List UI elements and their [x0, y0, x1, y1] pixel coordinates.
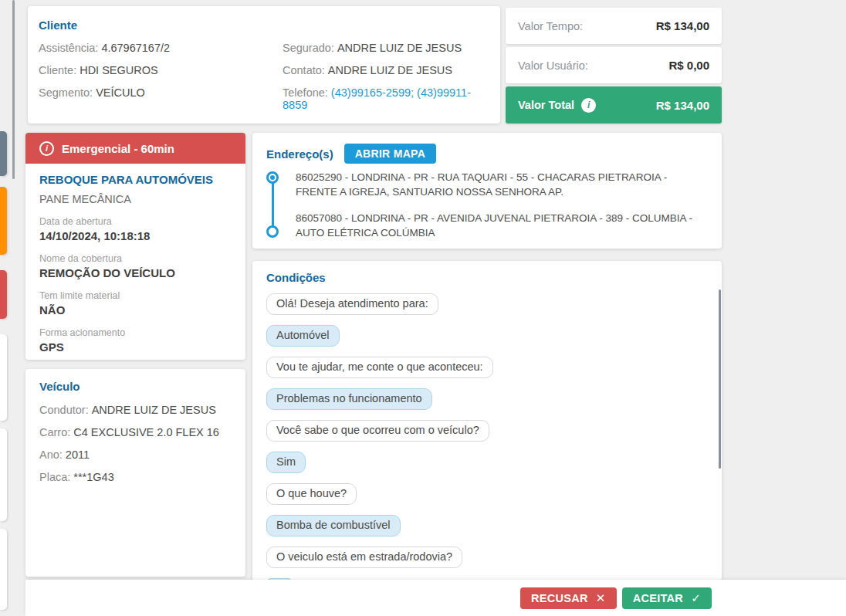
client-telefone-row: Telefone:(43)99165-2599; (43)99911-8859 [283, 86, 489, 111]
conditions-scrollbar-thumb[interactable] [719, 289, 721, 469]
chat-question-bubble: Olá! Deseja atendimento para: [266, 293, 438, 315]
timeline-line [272, 181, 274, 229]
action-bar: RECUSAR ✕ ACEITAR ✓ [25, 580, 846, 616]
close-icon: ✕ [596, 591, 606, 605]
conditions-card-title: Condições [266, 271, 709, 284]
rail-card-white[interactable] [0, 334, 7, 421]
valor-label: Valor Tempo: [518, 20, 583, 32]
vehicle-card: Veículo Condutor:ANDRE LUIZ DE JESUS Car… [25, 369, 245, 577]
client-cliente-row: Cliente:HDI SEGUROS [39, 64, 283, 76]
field-value: GPS [39, 340, 232, 354]
field-label: Placa: [39, 471, 70, 483]
address-header: Endereço(s) ABRIR MAPA [266, 144, 709, 164]
vehicle-condutor-row: Condutor:ANDRE LUIZ DE JESUS [39, 404, 232, 416]
left-list-scrollbar-thumb[interactable] [12, 0, 15, 179]
vehicle-card-title: Veículo [39, 380, 232, 393]
rail-card-red[interactable] [0, 270, 7, 319]
chat-answer-bubble: Problemas no funcionamento [266, 388, 432, 410]
client-segurado-row: Segurado:ANDRE LUIZ DE JESUS [283, 42, 489, 54]
destination-point-icon[interactable] [266, 225, 279, 238]
origin-point-icon[interactable] [266, 171, 279, 184]
field-label: Nome da cobertura [39, 253, 232, 264]
field-label: Ano: [39, 448, 63, 461]
field-label: Assistência: [39, 42, 98, 54]
field-label: Cliente: [39, 64, 76, 76]
destination-address: 86057080 - LONDRINA - PR - AVENIDA JUVEN… [296, 211, 709, 240]
field-label: Data de abertura [39, 216, 232, 227]
chat-question-bubble: O que houve? [266, 483, 357, 505]
address-card-title: Endereço(s) [266, 147, 333, 161]
field-label: Tem limite material [39, 290, 232, 301]
rail-card-white[interactable] [0, 428, 7, 521]
valor-tempo-row: Valor Tempo: R$ 134,00 [506, 8, 722, 44]
field-value: HDI SEGUROS [80, 64, 158, 76]
client-segmento-row: Segmento:VEÍCULO [39, 86, 283, 111]
rail-card-orange[interactable] [0, 187, 7, 255]
recusar-label: RECUSAR [531, 592, 588, 604]
valor-label-text: Valor Total [518, 99, 574, 111]
field-value: 4.67967167/2 [101, 42, 170, 54]
field-value: ANDRE LUIZ DE JESUS [337, 42, 462, 54]
aceitar-label: ACEITAR [633, 592, 683, 604]
field-value: C4 EXCLUSIVE 2.0 FLEX 16 [73, 426, 219, 438]
service-field: Nome da cobertura REMOÇÃO DO VEÍCULO [39, 253, 232, 279]
conditions-card: Condições Olá! Deseja atendimento para: … [252, 261, 722, 583]
client-fields: Assistência:4.67967167/2 Segurado:ANDRE … [39, 42, 489, 111]
recusar-button[interactable]: RECUSAR ✕ [520, 587, 617, 609]
chat-question-bubble: Você sabe o que ocorreu com o veículo? [266, 420, 489, 442]
rail-card-slate[interactable] [0, 131, 7, 176]
vehicle-ano-row: Ano:2011 [39, 448, 232, 461]
chat-answer-bubble: Sim [266, 452, 306, 473]
field-value: ANDRE LUIZ DE JESUS [92, 404, 216, 416]
field-label: Segmento: [39, 86, 93, 99]
client-card: Cliente Assistência:4.67967167/2 Segurad… [28, 6, 500, 124]
field-value: REMOÇÃO DO VEÍCULO [39, 266, 232, 279]
vehicle-fields: Condutor:ANDRE LUIZ DE JESUS Carro:C4 EX… [39, 404, 232, 483]
valor-panel: Valor Tempo: R$ 134,00 Valor Usuário: R$… [506, 8, 722, 124]
valor-label: Valor Usuário: [518, 59, 588, 72]
field-value: 2011 [66, 448, 90, 461]
chat-question-bubble: O veiculo está em estrada/rodovia? [266, 547, 462, 568]
client-assistencia-row: Assistência:4.67967167/2 [39, 42, 283, 54]
service-field: Tem limite material NÃO [39, 290, 232, 316]
valor-total-row: Valor Total i R$ 134,00 [506, 86, 722, 124]
field-label: Contato: [283, 64, 325, 76]
service-priority-label: Emergencial - 60min [62, 142, 174, 155]
field-label: Forma acionamento [39, 327, 232, 338]
chat-question-bubble: Vou te ajudar, me conte o que aconteceu: [266, 357, 493, 378]
service-title: REBOQUE PARA AUTOMÓVEIS [39, 173, 232, 186]
field-label: Condutor: [39, 404, 89, 416]
origin-address: 86025290 - LONDRINA - PR - RUA TAQUARI -… [296, 170, 709, 199]
valor-usuario-row: Valor Usuário: R$ 0,00 [506, 47, 722, 83]
field-label: Carro: [39, 426, 70, 438]
chat-answer-bubble: Bomba de combustível [266, 515, 401, 536]
valor-value: R$ 0,00 [668, 59, 709, 72]
vehicle-placa-row: Placa:***1G43 [39, 471, 232, 483]
info-icon[interactable]: i [39, 141, 54, 156]
chat-answer-bubble: Automóvel [266, 325, 340, 347]
valor-total-value: R$ 134,00 [656, 99, 709, 112]
client-card-title: Cliente [39, 19, 489, 32]
rail-card-white[interactable] [0, 529, 7, 610]
client-contato-row: Contato:ANDRE LUIZ DE JESUS [283, 64, 489, 76]
open-map-button[interactable]: ABRIR MAPA [344, 144, 436, 164]
service-field: Data de abertura 14/10/2024, 10:18:18 [39, 216, 232, 242]
valor-value: R$ 134,00 [656, 19, 709, 32]
service-field: Forma acionamento GPS [39, 327, 232, 354]
field-value: 14/10/2024, 10:18:18 [39, 229, 232, 242]
valor-total-label: Valor Total i [518, 98, 596, 113]
field-label: Telefone: [283, 86, 328, 99]
aceitar-button[interactable]: ACEITAR ✓ [622, 587, 712, 609]
field-value: NÃO [39, 303, 232, 316]
field-value: VEÍCULO [96, 86, 145, 99]
check-icon: ✓ [691, 591, 701, 605]
service-card: i Emergencial - 60min REBOQUE PARA AUTOM… [25, 133, 245, 360]
field-value: ***1G43 [73, 471, 113, 483]
service-subtitle: PANE MECÂNICA [39, 193, 232, 205]
info-icon[interactable]: i [581, 98, 596, 113]
address-timeline: 86025290 - LONDRINA - PR - RUA TAQUARI -… [266, 170, 709, 240]
vehicle-carro-row: Carro:C4 EXCLUSIVE 2.0 FLEX 16 [39, 426, 232, 438]
field-value: ANDRE LUIZ DE JESUS [328, 64, 452, 76]
field-label: Segurado: [283, 42, 334, 54]
service-priority-header: i Emergencial - 60min [25, 133, 245, 164]
